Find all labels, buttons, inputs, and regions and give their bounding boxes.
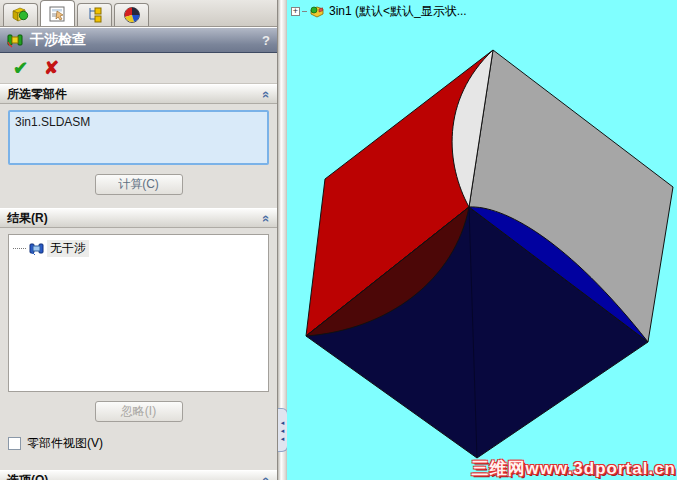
result-item-label[interactable]: 无干涉 [47,240,89,257]
configurationmanager-icon [84,6,106,24]
interference-check-icon [7,32,24,48]
featuremanager-icon [10,6,32,24]
results-header-label: 结果(R) [7,210,48,227]
panel-tab-bar [0,0,277,27]
splitter-arrow-icon: ◂ [281,435,285,442]
component-view-label: 零部件视图(V) [27,435,103,452]
tree-expand-icon[interactable]: + [291,7,300,16]
tree-branch-line [13,248,26,249]
watermark: 三维网www.3dportal.cn [472,457,676,480]
tab-propertymanager[interactable] [40,0,75,26]
displaymanager-icon [121,6,143,24]
tree-connector-line [302,11,307,12]
assembly-icon [309,5,325,18]
selected-components-header-label: 所选零部件 [7,86,67,103]
ignore-button[interactable]: 忽略(I) [95,401,183,422]
panel-title-bar: 干涉检查 ? [0,27,277,53]
options-header-label: 选项(O) [7,472,48,480]
component-view-row: 零部件视图(V) [0,430,277,457]
ok-button[interactable]: ✔ [13,57,28,79]
tab-displaymanager[interactable] [114,3,149,26]
collapse-chevron-icon[interactable]: « [259,476,274,480]
result-tree-item[interactable]: 无干涉 [11,240,266,257]
calculate-button[interactable]: 计算(C) [95,174,183,195]
collapse-chevron-icon[interactable]: « [259,214,274,221]
tab-configurationmanager[interactable] [77,3,112,26]
splitter-arrow-icon: ◂ [281,427,285,434]
graphics-area[interactable]: + 3in1 (默认<默认_显示状... 三维网www.3dportal.cn [287,0,677,480]
tab-featuremanager[interactable] [3,3,38,26]
selected-components-list[interactable]: 3in1.SLDASM [8,110,269,165]
component-view-checkbox[interactable] [8,437,21,450]
results-header[interactable]: 结果(R) « [0,208,277,228]
panel-title: 干涉检查 [30,31,86,49]
collapse-chevron-icon[interactable]: « [259,90,274,97]
assembly-root-label[interactable]: 3in1 (默认<默认_显示状... [329,3,467,20]
cancel-button[interactable]: ✘ [44,57,59,79]
solidworks-window: 干涉检查 ? ✔ ✘ 所选零部件 « 3in1.SLDASM 计算(C) 结果(… [0,0,677,480]
feature-tree-root[interactable]: + 3in1 (默认<默认_显示状... [291,3,467,20]
splitter-arrow-icon: ◂ [281,419,285,426]
help-icon[interactable]: ? [262,33,270,48]
results-tree[interactable]: 无干涉 [8,234,269,392]
propertymanager-icon [47,5,69,23]
selected-components-body: 3in1.SLDASM 计算(C) [0,104,277,203]
selected-components-header[interactable]: 所选零部件 « [0,84,277,104]
results-body: 无干涉 忽略(I) [0,228,277,430]
options-header[interactable]: 选项(O) « [0,470,277,480]
panel-splitter[interactable]: ◂ ◂ ◂ [277,0,287,480]
selected-component-item[interactable]: 3in1.SLDASM [15,115,262,129]
pm-command-row: ✔ ✘ [0,53,277,84]
property-manager-panel: 干涉检查 ? ✔ ✘ 所选零部件 « 3in1.SLDASM 计算(C) 结果(… [0,0,277,480]
no-interference-icon [29,242,44,256]
assembly-model-3in1[interactable] [287,0,677,480]
